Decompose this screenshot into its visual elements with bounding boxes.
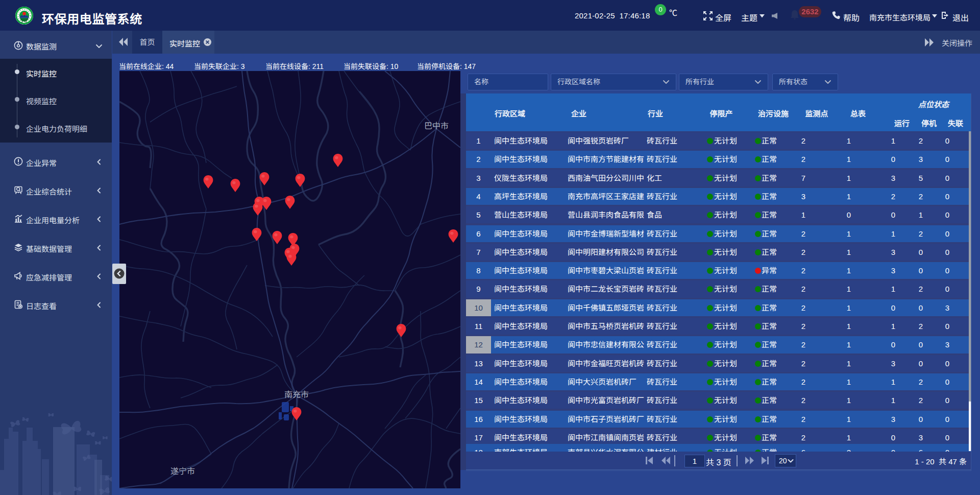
- svg-text:巴中市: 巴中市: [424, 122, 449, 130]
- svg-text:遂宁市: 遂宁市: [170, 467, 195, 476]
- svg-text:南充市: 南充市: [284, 390, 309, 399]
